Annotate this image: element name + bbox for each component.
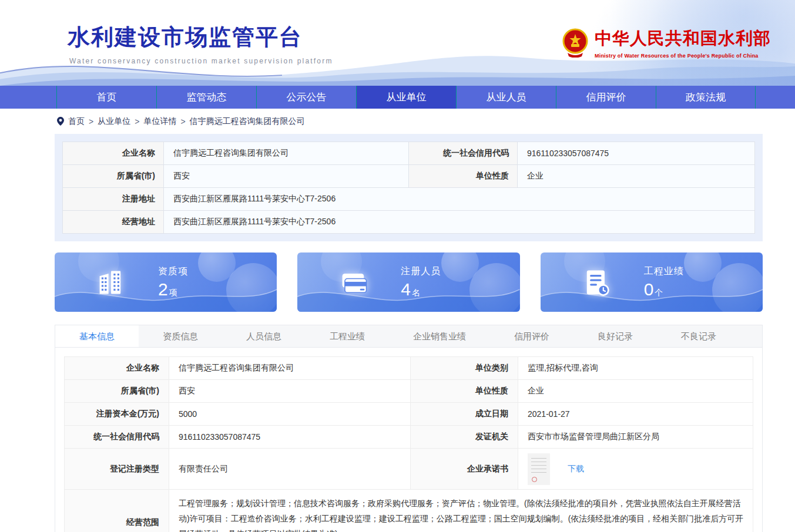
stat-card-content: 注册人员 4名 [297,252,519,312]
field-label: 企业名称 [65,357,169,380]
tab-good-records[interactable]: 良好记录 [573,325,657,347]
thumb-text-line [531,458,546,459]
nav-item-employing-units[interactable]: 从业单位 [356,86,456,109]
stat-card-value: 4 [401,280,411,299]
stat-card-valueline: 2项 [158,280,188,299]
breadcrumb-separator: > [180,117,185,126]
tab-project-performance[interactable]: 工程业绩 [306,325,389,347]
field-label: 企业名称 [63,142,164,165]
table-row: 所属省(市) 西安 单位性质 企业 [65,380,753,403]
basic-info-table: 企业名称 信宇腾远工程咨询集团有限公司 单位类别 监理,招标代理,咨询 所属省(… [64,356,753,532]
field-value: 信宇腾远工程咨询集团有限公司 [164,142,409,165]
commitment-letter-thumbnail[interactable] [528,453,550,485]
tab-personnel-info[interactable]: 人员信息 [222,325,306,347]
field-label: 经营地址 [63,211,164,234]
field-label: 所属省(市) [65,380,169,403]
field-value: 2021-01-27 [518,403,753,426]
document-clock-icon [581,266,613,299]
field-value: 西安市市场监督管理局曲江新区分局 [518,426,753,449]
building-icon [95,266,128,299]
platform-brand: 水利建设市场监管平台 Water conservancy constructio… [68,22,333,65]
field-label: 单位性质 [411,380,518,403]
detail-tabs: 基本信息 资质信息 人员信息 工程业绩 企业销售业绩 信用评价 良好记录 不良记… [55,325,762,348]
field-label: 所属省(市) [63,165,164,188]
tab-sales-performance[interactable]: 企业销售业绩 [389,325,490,347]
field-label: 企业承诺书 [411,449,518,490]
breadcrumb-unit-detail[interactable]: 单位详情 [143,116,176,127]
stat-card-text: 工程业绩 0个 [644,265,684,299]
stat-cards: 资质项 2项 注册人员 [55,252,763,312]
thumb-text-line [531,469,546,469]
field-value: 西安 [164,165,409,188]
nav-item-public-notice[interactable]: 公示公告 [256,86,356,109]
stat-card-value: 2 [158,280,168,299]
stat-card-text: 注册人员 4名 [401,265,441,299]
stat-card-label: 资质项 [158,265,188,278]
field-label: 注册资本金(万元) [65,403,169,426]
stat-card-label: 注册人员 [401,265,441,278]
red-seal-icon [532,477,537,482]
table-row: 注册地址 西安曲江新区雁展路1111号莱安中心T7-2506 [63,188,755,211]
breadcrumb-company-name: 信宇腾远工程咨询集团有限公司 [190,116,305,127]
stat-card-value: 0 [644,280,654,299]
breadcrumb-separator: > [135,117,139,126]
field-value: 企业 [518,380,753,403]
nav-item-home[interactable]: 首页 [56,86,156,109]
download-link[interactable]: 下载 [568,464,584,474]
field-value: 企业 [518,165,755,188]
thumb-text-line [531,472,546,473]
platform-subtitle: Water conservancy construction market su… [69,57,333,65]
breadcrumb-home[interactable]: 首页 [68,116,85,127]
field-value: 西安 [169,380,411,403]
tab-bad-records[interactable]: 不良记录 [657,325,740,347]
thumb-text-line [531,465,546,466]
stat-card-valueline: 0个 [644,280,684,299]
table-row: 经营地址 西安曲江新区雁展路1111号莱安中心T7-2506 [63,211,755,234]
field-value: 有限责任公司 [169,449,411,490]
field-label: 注册地址 [63,188,164,211]
tab-qualification-info[interactable]: 资质信息 [139,325,222,347]
table-row: 经营范围 工程管理服务；规划设计管理；信息技术咨询服务；政府采购代理服务；资产评… [65,490,753,532]
field-label: 单位性质 [409,165,518,188]
ministry-text: 中华人民共和国水利部 Ministry of Water Resources o… [595,27,771,59]
breadcrumb: 首页 > 从业单位 > 单位详情 > 信宇腾远工程咨询集团有限公司 [0,109,795,134]
field-value: 西安曲江新区雁展路1111号莱安中心T7-2506 [164,211,755,234]
stat-card-content: 工程业绩 0个 [541,252,763,312]
main-nav: 首页 监管动态 公示公告 从业单位 从业人员 信用评价 政策法规 [0,86,795,109]
table-row: 登记注册类型 有限责任公司 企业承诺书 [65,449,753,490]
field-label: 统一社会信用代码 [409,142,518,165]
breadcrumb-units[interactable]: 从业单位 [98,116,130,127]
basic-info-section: 企业名称 信宇腾远工程咨询集团有限公司 单位类别 监理,招标代理,咨询 所属省(… [55,348,762,532]
tab-basic-info[interactable]: 基本信息 [55,325,139,347]
business-scope-value: 工程管理服务；规划设计管理；信息技术咨询服务；政府采购代理服务；资产评估；物业管… [169,490,753,532]
platform-title: 水利建设市场监管平台 [68,22,333,52]
field-value: 信宇腾远工程咨询集团有限公司 [169,357,411,380]
field-label: 统一社会信用代码 [65,426,169,449]
commitment-letter-cell: 下载 [518,449,753,490]
field-label: 单位类别 [411,357,518,380]
field-value: 5000 [169,403,411,426]
field-value: 916110233057087475 [518,142,755,165]
main-content: 企业名称 信宇腾远工程咨询集团有限公司 统一社会信用代码 91611023305… [55,134,763,532]
field-label: 登记注册类型 [65,449,169,490]
field-label: 成立日期 [411,403,518,426]
stat-card-text: 资质项 2项 [158,265,188,299]
nav-item-practitioners[interactable]: 从业人员 [456,86,556,109]
tab-credit-rating[interactable]: 信用评价 [490,325,573,347]
stat-card-unit: 个 [655,288,663,297]
field-label: 发证机关 [411,426,518,449]
company-summary-panel: 企业名称 信宇腾远工程咨询集团有限公司 统一社会信用代码 91611023305… [55,134,763,241]
detail-panel: 基本信息 资质信息 人员信息 工程业绩 企业销售业绩 信用评价 良好记录 不良记… [55,325,763,532]
nav-item-credit-rating[interactable]: 信用评价 [556,86,656,109]
table-row: 所属省(市) 西安 单位性质 企业 [63,165,755,188]
stat-card-valueline: 4名 [401,280,441,299]
field-value: 监理,招标代理,咨询 [518,357,753,380]
site-header: 水利建设市场监管平台 Water conservancy constructio… [0,0,795,86]
field-value: 916110233057087475 [169,426,411,449]
ministry-subtitle: Ministry of Water Resources of the Peopl… [595,53,771,59]
nav-item-supervision-news[interactable]: 监管动态 [156,86,256,109]
table-row: 企业名称 信宇腾远工程咨询集团有限公司 统一社会信用代码 91611023305… [63,142,755,165]
stat-card-project-performance: 工程业绩 0个 [541,252,763,312]
national-emblem-icon [562,28,589,58]
nav-item-policies[interactable]: 政策法规 [656,86,756,109]
